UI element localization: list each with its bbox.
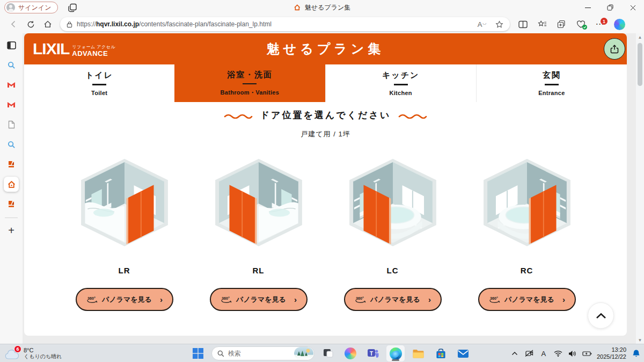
url-text: https://hqvr.lixil.co.jp/contents/fascin… — [77, 20, 471, 28]
clock-date: 2025/12/22 — [597, 353, 626, 360]
wifi-icon[interactable] — [553, 347, 563, 359]
svg-text:360°: 360° — [490, 296, 498, 301]
page-scrollbar[interactable]: ▲ ▼ — [636, 33, 644, 344]
address-bar[interactable]: https://hqvr.lixil.co.jp/contents/fascin… — [60, 17, 510, 31]
lixil-logo: LIXIL リフォーム アクセル ADVANCE — [33, 41, 115, 57]
panorama-360-icon: 360° — [220, 295, 232, 304]
signin-button[interactable]: サインイン — [4, 2, 58, 13]
tab-gmail-icon[interactable] — [4, 77, 19, 92]
scrollbar-up-arrow[interactable]: ▲ — [638, 33, 642, 41]
close-button[interactable] — [621, 0, 644, 15]
notification-bell-icon[interactable] — [631, 347, 641, 359]
signin-label: サインイン — [18, 3, 51, 12]
share-button[interactable] — [604, 38, 625, 60]
sidebar-divider — [5, 218, 18, 218]
scrollbar-thumb[interactable] — [638, 43, 642, 86]
collections-icon[interactable] — [553, 17, 570, 32]
plan-card-rc: RC 360° パノラマを見る› — [480, 154, 574, 311]
scrollbar-down-arrow[interactable]: ▼ — [638, 336, 642, 344]
favorites-icon[interactable] — [533, 17, 551, 32]
taskbar-copilot-icon[interactable] — [341, 345, 360, 361]
weather-widget[interactable]: 6 8°C くもりのち晴れ — [4, 346, 62, 360]
plan-label: RC — [521, 266, 533, 275]
share-icon — [610, 45, 619, 54]
browser-essentials-icon[interactable] — [572, 17, 589, 32]
volume-icon[interactable] — [568, 347, 577, 359]
edge-vertical-tabs-sidebar: + — [0, 33, 23, 344]
refresh-button[interactable] — [23, 17, 39, 32]
camera-off-icon[interactable] — [524, 347, 534, 359]
minimize-button[interactable] — [576, 0, 599, 15]
svg-text:T: T — [370, 351, 373, 357]
battery-charging-icon[interactable] — [582, 347, 592, 359]
chevron-right-icon: › — [428, 295, 431, 304]
tab-document-icon[interactable] — [4, 117, 19, 132]
chevron-right-icon: › — [294, 295, 297, 304]
squiggle-right-icon — [398, 112, 427, 119]
tab-bathroom[interactable]: 浴室・洗面Bathroom・Vanities — [174, 64, 325, 102]
home-button[interactable] — [40, 17, 56, 32]
clock-time: 13:20 — [597, 346, 626, 353]
tab-lixil-2-icon[interactable] — [4, 197, 19, 212]
task-view-icon[interactable] — [319, 345, 337, 361]
ime-mode-indicator[interactable]: A — [539, 347, 548, 359]
tab-search-blue-2-icon[interactable] — [4, 137, 19, 152]
page-content: ドア位置を選んでください 戸建て用 / 1坪 LR 360° パノラマを見る› — [24, 102, 627, 311]
taskbar-search[interactable] — [211, 346, 314, 360]
page-favicon-icon — [294, 4, 301, 11]
mail-icon[interactable] — [454, 345, 472, 361]
new-tab-button[interactable]: + — [4, 223, 19, 238]
tab-search-blue-icon[interactable] — [4, 57, 19, 73]
windows-taskbar: 6 8°C くもりのち晴れ T — [0, 344, 644, 362]
tab-current-plan-icon[interactable] — [4, 177, 19, 192]
plan-card-rl: RL 360° パノラマを見る› — [211, 154, 306, 311]
svg-text:360°: 360° — [356, 296, 364, 301]
chevron-right-icon: › — [562, 295, 565, 304]
tab-gmail-2-icon[interactable] — [4, 97, 19, 112]
panorama-button-lr[interactable]: 360° パノラマを見る› — [76, 288, 173, 311]
tab-actions-icon[interactable] — [4, 38, 19, 53]
avatar — [6, 3, 15, 12]
svg-text:360°: 360° — [87, 296, 96, 301]
read-aloud-icon[interactable]: A◡ — [475, 18, 488, 31]
plan-type-subheading: 戸建て用 / 1坪 — [24, 129, 627, 139]
copilot-icon[interactable] — [611, 17, 628, 32]
back-button[interactable] — [5, 17, 21, 32]
panorama-button-rc[interactable]: 360° パノラマを見る› — [478, 288, 576, 311]
hidden-icons-chevron-icon[interactable] — [510, 347, 519, 359]
browser-toolbar: https://hqvr.lixil.co.jp/contents/fascin… — [0, 15, 644, 33]
door-position-heading: ドア位置を選んでください — [260, 109, 391, 121]
scroll-to-top-button[interactable] — [588, 302, 614, 329]
workspaces-icon[interactable] — [65, 2, 79, 13]
panorama-button-lc[interactable]: 360° パノラマを見る› — [344, 288, 442, 311]
plan-room-illustration[interactable] — [480, 154, 574, 264]
more-menu-icon[interactable]: ⋯1 — [591, 17, 609, 32]
teams-icon[interactable]: T — [364, 345, 382, 361]
edge-icon[interactable] — [386, 345, 405, 361]
site-title: 魅せるプラン集 — [267, 40, 385, 57]
plan-room-illustration[interactable] — [346, 154, 440, 264]
tab-entrance[interactable]: 玄関Entrance — [476, 64, 627, 102]
file-explorer-icon[interactable] — [409, 345, 427, 361]
tab-toilet[interactable]: トイレToilet — [24, 64, 174, 102]
split-screen-icon[interactable] — [514, 17, 531, 32]
search-icon — [217, 350, 224, 357]
microsoft-store-icon[interactable] — [431, 345, 450, 361]
weather-description: くもりのち晴れ — [24, 353, 62, 360]
search-input[interactable] — [228, 350, 290, 357]
favorite-star-icon[interactable] — [493, 18, 506, 31]
plan-card-lc: LC 360° パノラマを見る› — [346, 154, 440, 311]
lock-icon — [67, 21, 72, 28]
tab-kitchen[interactable]: キッチンKitchen — [325, 64, 476, 102]
search-highlight-image[interactable] — [294, 347, 313, 360]
start-button[interactable] — [189, 345, 207, 361]
site-header: LIXIL リフォーム アクセル ADVANCE 魅せるプラン集 — [24, 33, 627, 64]
plan-room-illustration[interactable] — [211, 154, 306, 264]
active-tab[interactable]: 魅せるプラン集 — [294, 0, 350, 15]
taskbar-clock[interactable]: 13:20 2025/12/22 — [597, 346, 626, 360]
restore-button[interactable] — [599, 0, 621, 15]
svg-text:360°: 360° — [222, 296, 230, 301]
tab-lixil-icon[interactable] — [4, 157, 19, 172]
panorama-button-rl[interactable]: 360° パノラマを見る› — [210, 288, 308, 311]
plan-room-illustration[interactable] — [77, 154, 172, 264]
